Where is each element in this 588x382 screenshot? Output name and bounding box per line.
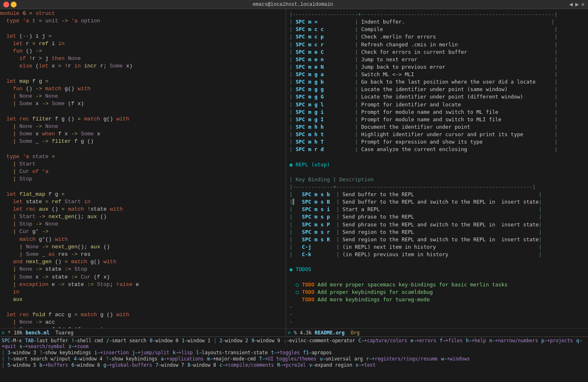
readme-pct-sym: % — [291, 330, 300, 336]
kb-C[interactable]: C — [359, 338, 361, 344]
buffer-size: 10k — [14, 330, 23, 336]
kb-p[interactable]: p — [541, 338, 544, 344]
kb-R[interactable]: R — [277, 362, 280, 368]
kb-row-3: | !→smart search w/input 4→window 4 ?→sh… — [2, 356, 586, 362]
nav-left-icon[interactable]: ◀ — [569, 1, 573, 8]
kb-j[interactable]: j — [132, 350, 135, 356]
kb-w[interactable]: w — [441, 356, 444, 362]
titlebar: emacs@localhost.localdomain ◀ ▶ ✕ — [0, 0, 588, 9]
kb-k[interactable]: k — [173, 350, 176, 356]
readme-filename: README.org — [312, 330, 345, 336]
kb-8[interactable]: 8 — [188, 362, 190, 368]
keybinding-bar: SPC→M-x TAB→last buffer !→shell cmd /→sm… — [0, 336, 588, 382]
kb-6[interactable]: 6 — [71, 362, 74, 368]
kb-slash[interactable]: / — [106, 338, 109, 344]
status-bar-left: ⊙ * 10k bench.ml Tuareg unix | 1: 0 Top — [0, 328, 286, 336]
status-row: ⊙ * 10k bench.ml Tuareg unix | 1: 0 Top … — [0, 328, 588, 336]
kb-s[interactable]: s — [19, 344, 22, 349]
kb-1[interactable]: 1 — [182, 338, 185, 344]
kb-h[interactable]: h — [466, 338, 469, 344]
kb-7[interactable]: 7 — [155, 362, 158, 368]
kb-global[interactable]: g — [104, 362, 106, 368]
kb-v[interactable]: v — [309, 362, 312, 368]
close-button[interactable] — [3, 2, 9, 7]
kb-m[interactable]: m — [207, 356, 210, 362]
kb-tab[interactable]: TAB — [25, 338, 34, 344]
kb-e[interactable]: e — [410, 338, 413, 344]
minimize-button[interactable] — [11, 2, 17, 7]
code-content[interactable]: module G = struct type 'a t = unit -> 'a… — [0, 9, 286, 328]
kb-T[interactable]: T — [259, 356, 262, 362]
kb-row-4: | 5→window 5 b→+buffers 6→window 6 g→+gl… — [2, 362, 586, 368]
kb-3[interactable]: 3 — [7, 350, 10, 356]
main-content: module G = struct type 'a t = unit -> 'a… — [0, 9, 588, 328]
kb-4[interactable]: 4 — [74, 356, 77, 362]
titlebar-right-controls: ◀ ▶ ✕ — [569, 1, 585, 8]
kb-x[interactable]: x — [356, 362, 359, 368]
kb-smart-search[interactable]: ! — [7, 356, 10, 362]
readme-size: 4.3k — [300, 330, 312, 336]
kb-buf[interactable]: b — [39, 362, 42, 368]
kb-app[interactable]: a — [161, 356, 164, 362]
titlebar-controls — [3, 2, 17, 7]
kb-r[interactable]: r — [366, 356, 369, 362]
kb-f[interactable]: f — [440, 338, 443, 344]
buffer-filename: bench.ml — [23, 330, 50, 336]
kb-excl[interactable]: ! — [71, 338, 74, 344]
readme-mode: Org — [345, 330, 359, 336]
kb-z[interactable]: z — [68, 344, 71, 349]
buffer-modified: * — [5, 330, 14, 336]
kb-l[interactable]: l — [196, 350, 199, 356]
kb-t[interactable]: t — [271, 350, 274, 356]
code-editor-pane: module G = struct type 'a t = unit -> 'a… — [0, 9, 286, 328]
nav-right-icon[interactable]: ▶ — [575, 1, 578, 8]
readme-pane: |---------------------+-----------------… — [286, 9, 588, 328]
kb-row-1: SPC→M-x TAB→last buffer !→shell cmd /→sm… — [2, 338, 586, 349]
kb-u[interactable]: u — [320, 356, 323, 362]
kb-9a[interactable]: 9 — [251, 338, 254, 344]
close-icon[interactable]: ✕ — [581, 1, 585, 8]
kb-row-2: | 3→window 3 ?→show keybindings i→+inser… — [2, 350, 586, 356]
kb-n[interactable]: n — [489, 338, 492, 344]
kb-5[interactable]: 5 — [7, 362, 10, 368]
kb-2[interactable]: 2 — [219, 338, 222, 344]
window-title: emacs@localhost.localdomain — [17, 2, 569, 7]
kb-spc[interactable]: SPC — [2, 338, 10, 344]
buffer-mode: Tuareg — [50, 330, 292, 336]
readme-content[interactable]: |---------------------+-----------------… — [286, 9, 588, 328]
readme-spacer — [359, 330, 588, 336]
kb-i[interactable]: i — [94, 350, 97, 356]
readme-state-icon: ⊙ — [288, 330, 291, 336]
status-bar-right: ⊙ % 4.3k README.org Org unix | 81: 0 — [286, 328, 588, 336]
kb-compile[interactable]: c — [219, 362, 222, 368]
kb-0[interactable]: 0 — [150, 338, 153, 344]
kb-q[interactable]: q — [576, 338, 579, 344]
buffer-state-icon: ⊙ — [2, 330, 5, 336]
